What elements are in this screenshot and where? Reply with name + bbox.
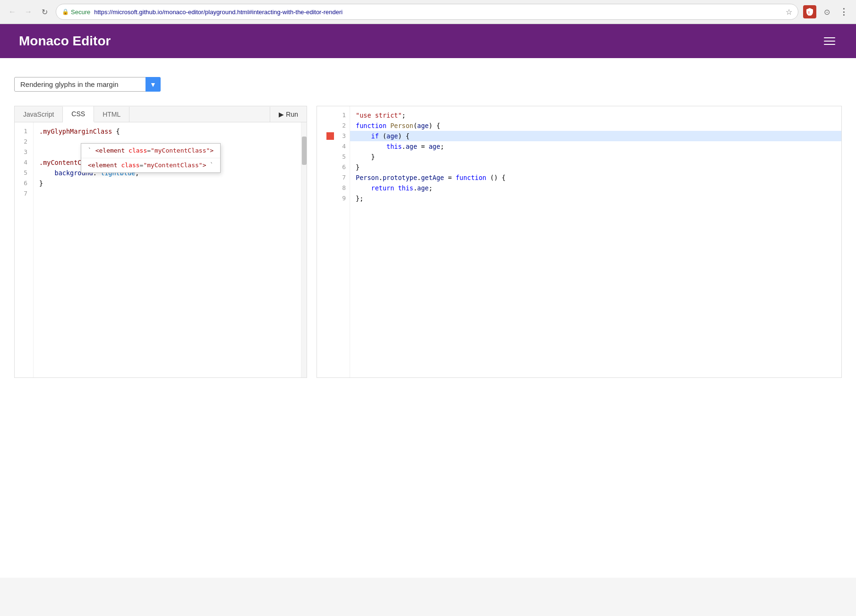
- editor-tabs: JavaScript CSS HTML ▶ Run: [15, 106, 307, 122]
- output-code-lines[interactable]: "use strict"; function Person(age) { if …: [350, 106, 841, 377]
- line-num-6: 6: [18, 178, 27, 188]
- css-line-7: [39, 188, 295, 199]
- browser-icons: ! ⊙ ⋮: [803, 5, 850, 18]
- css-line-6: }: [39, 178, 295, 188]
- out-line-num-7: 7: [336, 172, 346, 183]
- out-line-num-3: 3: [336, 131, 346, 141]
- out-line-num-4: 4: [336, 141, 346, 152]
- editor-scrollbar[interactable]: [301, 122, 307, 377]
- refresh-button[interactable]: ↻: [38, 5, 51, 18]
- css-line-1: .myGlyphMarginClass {: [39, 126, 295, 137]
- tab-javascript[interactable]: JavaScript: [15, 107, 63, 122]
- address-bar-container: 🔒 Secure ☆: [56, 4, 798, 20]
- code-editor: JavaScript CSS HTML ▶ Run 1 2 3 4 5: [14, 106, 307, 378]
- gutter-line-5: [317, 152, 336, 162]
- browser-toolbar: ← → ↻ 🔒 Secure ☆ ! ⊙ ⋮: [0, 0, 856, 24]
- monaco-header: Monaco Editor: [0, 24, 856, 58]
- css-code-lines[interactable]: .myGlyphMarginClass { .myContentClass { …: [34, 122, 301, 377]
- red-glyph: [326, 132, 334, 140]
- shield-icon[interactable]: !: [803, 5, 816, 18]
- out-line-9: };: [356, 193, 836, 204]
- gutter-line-6: [317, 162, 336, 172]
- line-num-4: 4: [18, 157, 27, 168]
- tooltip-item-1[interactable]: ` <element class="myContentClass">: [81, 144, 220, 158]
- page-content: Rendering glyphs in the margin Basic usa…: [0, 58, 856, 578]
- line-num-3: 3: [18, 147, 27, 157]
- line-num-7: 7: [18, 188, 27, 199]
- hamburger-line-3: [824, 44, 835, 45]
- out-line-num-5: 5: [336, 152, 346, 162]
- hamburger-line-2: [824, 41, 835, 42]
- secure-label: Secure: [71, 9, 90, 16]
- example-select[interactable]: Rendering glyphs in the margin Basic usa…: [14, 77, 161, 92]
- tooltip-item-2[interactable]: <element class="myContentClass"> `: [81, 158, 220, 172]
- forward-button[interactable]: →: [22, 5, 35, 18]
- output-editor: 1 2 3 4 5 6 7 8 9 "use strict"; function…: [317, 106, 842, 378]
- run-button[interactable]: ▶ Run: [270, 107, 307, 122]
- run-label: Run: [286, 111, 298, 118]
- selector-container: Rendering glyphs in the margin Basic usa…: [14, 77, 842, 92]
- out-line-num-1: 1: [336, 110, 346, 120]
- monaco-title: Monaco Editor: [19, 34, 111, 49]
- hamburger-line-1: [824, 37, 835, 38]
- gutter-line-4: [317, 141, 336, 152]
- line-num-5: 5: [18, 168, 27, 178]
- browser-chrome: ← → ↻ 🔒 Secure ☆ ! ⊙ ⋮: [0, 0, 856, 24]
- out-line-6: }: [356, 162, 836, 172]
- line-num-1: 1: [18, 126, 27, 137]
- out-line-3: if (age) {: [350, 131, 841, 141]
- secure-badge: 🔒 Secure: [62, 9, 90, 16]
- gutter-line-7: [317, 172, 336, 183]
- out-line-num-6: 6: [336, 162, 346, 172]
- autocomplete-tooltip: ` <element class="myContentClass"> <elem…: [81, 143, 221, 173]
- output-body: 1 2 3 4 5 6 7 8 9 "use strict"; function…: [317, 106, 841, 377]
- gutter-line-8: [317, 183, 336, 193]
- out-line-7: Person.prototype.getAge = function () {: [356, 172, 836, 183]
- out-line-2: function Person(age) {: [356, 120, 836, 131]
- out-line-num-9: 9: [336, 193, 346, 204]
- more-button[interactable]: ⋮: [837, 5, 850, 18]
- tab-html[interactable]: HTML: [94, 107, 129, 122]
- out-line-5: }: [356, 152, 836, 162]
- gutter-line-2: [317, 120, 336, 131]
- line-numbers: 1 2 3 4 5 6 7: [15, 122, 34, 377]
- bookmark-button[interactable]: ☆: [786, 8, 792, 17]
- nav-buttons: ← → ↻: [6, 5, 51, 18]
- gutter-line-1: [317, 110, 336, 120]
- editor-body: 1 2 3 4 5 6 7 .myGlyphMarginClass { .myC…: [15, 122, 307, 377]
- output-gutter: [317, 106, 336, 377]
- out-line-8: return this.age;: [356, 183, 836, 193]
- lock-icon: 🔒: [62, 9, 69, 15]
- svg-text:!: !: [808, 10, 810, 15]
- out-line-1: "use strict";: [356, 110, 836, 120]
- tab-css[interactable]: CSS: [63, 106, 94, 122]
- scrollbar-thumb[interactable]: [302, 137, 307, 165]
- run-btn-container: ▶ Run: [270, 107, 307, 122]
- address-url[interactable]: [94, 9, 782, 16]
- out-line-num-8: 8: [336, 183, 346, 193]
- select-wrapper: Rendering glyphs in the margin Basic usa…: [14, 77, 161, 92]
- hamburger-menu-button[interactable]: [822, 35, 837, 47]
- editors-container: JavaScript CSS HTML ▶ Run 1 2 3 4 5: [14, 106, 842, 378]
- out-line-num-2: 2: [336, 120, 346, 131]
- gutter-line-3: [317, 131, 336, 141]
- back-button[interactable]: ←: [6, 5, 19, 18]
- gutter-line-9: [317, 193, 336, 204]
- line-num-2: 2: [18, 137, 27, 147]
- output-line-numbers: 1 2 3 4 5 6 7 8 9: [336, 106, 350, 377]
- run-icon: ▶: [279, 111, 284, 118]
- out-line-4: this.age = age;: [356, 141, 836, 152]
- account-button[interactable]: ⊙: [820, 5, 833, 18]
